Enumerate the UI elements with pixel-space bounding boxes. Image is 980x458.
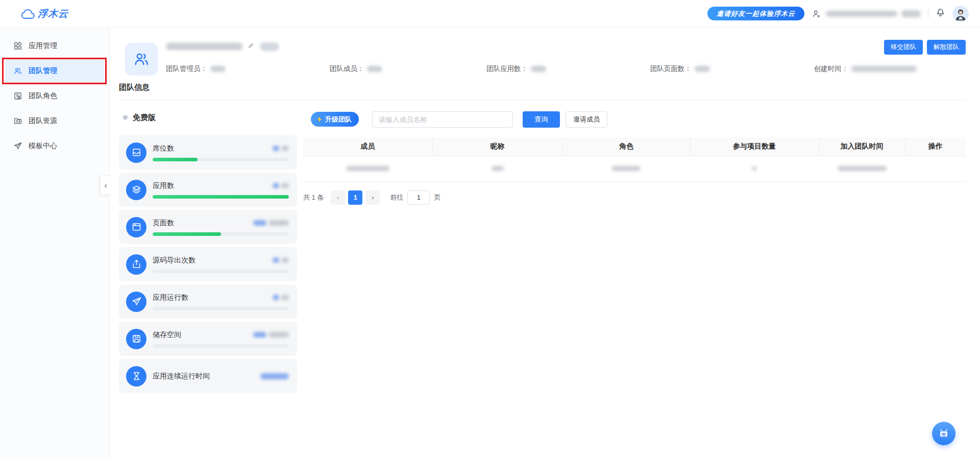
stat-label: 团队管理员：	[166, 64, 207, 74]
team-stat: 团队成员：	[330, 64, 383, 74]
transfer-team-button[interactable]: 移交团队	[884, 40, 923, 55]
goto-page-input[interactable]	[407, 190, 430, 205]
sidebar-item-label: 团队资源	[29, 116, 57, 126]
divider	[119, 100, 966, 100]
next-page-button[interactable]: ›	[365, 190, 380, 205]
blurred-plan-badge	[260, 42, 279, 51]
current-team-switcher[interactable]	[812, 9, 921, 19]
sidebar-item-4[interactable]: 团队资源	[5, 109, 104, 133]
main-content: 团队管理员：团队成员：团队应用数：团队页面数：创建时间： 移交团队 解散团队 团…	[110, 28, 980, 458]
notifications-button[interactable]	[936, 8, 945, 19]
invite-member-button[interactable]: 邀请成员	[566, 111, 607, 128]
sidebar-collapse-button[interactable]: ‹	[100, 176, 111, 195]
page: 浮木云 邀请好友一起体验浮木云 应用管理团队管理团队角色团队资源模板中心 ‹	[0, 0, 980, 458]
user-avatar[interactable]	[952, 6, 969, 22]
robot-icon	[938, 427, 950, 440]
blurred-quota-value	[273, 146, 289, 151]
blurred-quota-value	[253, 332, 289, 338]
quota-progress-track	[153, 232, 289, 236]
sidebar-item-2[interactable]: 团队管理	[5, 59, 104, 83]
bell-icon	[936, 8, 945, 17]
quota-label: 应用连续运行时间	[153, 372, 210, 381]
quota-progress-track	[153, 307, 289, 310]
chevron-right-icon: ›	[372, 194, 374, 201]
quota-card: 源码导出次数	[119, 247, 297, 281]
chevron-left-icon: ‹	[337, 194, 339, 201]
sidebar-item-label: 团队角色	[29, 91, 57, 101]
sidebar-item-label: 应用管理	[29, 41, 57, 51]
upgrade-team-button[interactable]: 升级团队	[311, 112, 359, 127]
blurred-quota-value	[273, 295, 289, 300]
column-header-4: 参与项目数量	[690, 137, 819, 156]
blurred-team-name	[826, 11, 897, 17]
page-number-1[interactable]: 1	[348, 190, 362, 205]
blurred-quota-value	[260, 373, 289, 379]
members-table: 成员昵称角色参与项目数量加入团队时间操作	[303, 137, 966, 182]
quota-icon-circle	[126, 292, 146, 312]
column-header-3: 角色	[562, 137, 690, 156]
table-header-row: 成员昵称角色参与项目数量加入团队时间操作	[303, 137, 966, 156]
toolbar: 免费版 升级团队 查询 邀请成员	[119, 111, 966, 128]
blurred-project-count-cell	[752, 166, 756, 171]
quota-progress-track	[153, 158, 289, 161]
page-window-icon	[131, 222, 142, 232]
quota-icon-circle	[126, 366, 146, 387]
customer-service-bot-button[interactable]	[932, 422, 955, 445]
blurred-quota-value	[273, 257, 289, 263]
seat-tray-icon	[131, 147, 142, 158]
team-stat: 团队管理员：	[166, 64, 226, 74]
operation-cell	[905, 156, 966, 181]
hourglass-icon	[131, 371, 142, 381]
team-stat: 团队应用数：	[486, 64, 546, 74]
quota-label: 席位数	[153, 144, 174, 153]
team-stats-row: 团队管理员：团队成员：团队应用数：团队页面数：创建时间：	[166, 64, 966, 74]
blurred-team-badge	[901, 10, 921, 17]
total-count-text: 共 1 条	[303, 193, 324, 202]
quota-label: 应用数	[153, 181, 174, 190]
blurred-stat-value	[367, 66, 382, 72]
blurred-stat-value	[210, 66, 226, 72]
member-search-input[interactable]	[372, 111, 513, 128]
page-unit-label: 页	[434, 193, 440, 202]
run-plane-icon	[131, 296, 142, 307]
team-header: 团队管理员：团队成员：团队应用数：团队页面数：创建时间： 移交团队 解散团队	[119, 41, 966, 74]
blurred-team-title	[166, 43, 242, 50]
quota-card: 席位数	[119, 135, 297, 170]
blurred-member-cell	[346, 166, 389, 171]
edit-team-name-button[interactable]	[248, 42, 255, 51]
team-stat: 团队页面数：	[650, 64, 710, 74]
quota-label: 应用运行数	[153, 293, 188, 302]
query-button[interactable]: 查询	[523, 111, 560, 128]
sidebar-item-label: 团队管理	[29, 66, 57, 76]
quota-progress-track	[153, 270, 289, 273]
quota-icon-circle	[126, 180, 146, 200]
app-logo: 浮木云	[19, 7, 68, 20]
quota-label: 储存空间	[153, 330, 181, 340]
team-stat: 创建时间：	[814, 64, 917, 74]
disband-team-button[interactable]: 解散团队	[927, 40, 966, 55]
apps-grid-icon	[13, 41, 22, 51]
stat-label: 团队页面数：	[650, 64, 692, 74]
quota-icon-circle	[126, 254, 146, 275]
quota-progress-fill	[153, 158, 198, 161]
table-row	[303, 156, 966, 181]
logo-text: 浮木云	[38, 7, 68, 20]
quota-icon-circle	[126, 142, 146, 163]
gem-icon	[121, 113, 130, 122]
sidebar-item-5[interactable]: 模板中心	[5, 134, 104, 158]
blurred-role-cell	[612, 166, 641, 171]
plan-label: 免费版	[121, 113, 156, 123]
blurred-stat-value	[695, 66, 710, 72]
sidebar-item-1[interactable]: 应用管理	[5, 34, 104, 58]
team-icon	[13, 66, 22, 76]
pencil-icon	[248, 42, 255, 49]
quota-card: 应用数	[119, 173, 297, 207]
quota-card: 应用运行数	[119, 284, 297, 319]
stat-label: 团队应用数：	[486, 64, 528, 74]
sidebar-item-label: 模板中心	[29, 141, 57, 151]
column-header-5: 加入团队时间	[819, 137, 905, 156]
stat-label: 创建时间：	[814, 64, 849, 74]
invite-friends-button[interactable]: 邀请好友一起体验浮木云	[707, 7, 804, 20]
prev-page-button[interactable]: ‹	[331, 190, 345, 205]
sidebar-item-3[interactable]: 团队角色	[5, 84, 104, 108]
